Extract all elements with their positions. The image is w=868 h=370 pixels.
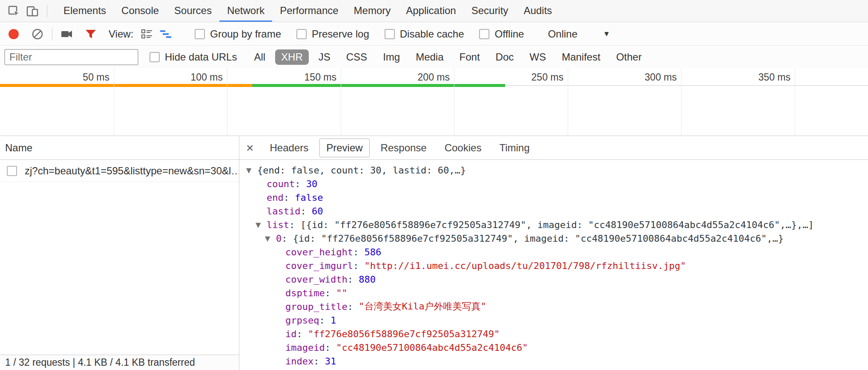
token-string: "cc48190e57100864abc4d55a2c4104c6" (336, 342, 528, 353)
main-tab-security[interactable]: Security (464, 0, 516, 22)
filter-type-css[interactable]: CSS (340, 49, 373, 65)
token-number: 60 (312, 206, 323, 217)
checkbox-box[interactable] (385, 29, 395, 39)
detail-tab-timing[interactable]: Timing (492, 139, 536, 157)
record-button[interactable] (4, 25, 23, 43)
summary-bar: 1 / 32 requests | 4.1 KB / 4.1 KB transf… (0, 355, 239, 370)
checkbox-disable-cache[interactable]: Disable cache (385, 28, 464, 40)
main-tab-sources[interactable]: Sources (167, 0, 219, 22)
preview-line: count: 30 (239, 177, 868, 191)
timeline-overview[interactable]: 50 ms100 ms150 ms200 ms250 ms300 ms350 m… (0, 68, 868, 136)
filter-type-img[interactable]: Img (377, 49, 406, 65)
filter-type-other[interactable]: Other (610, 49, 648, 65)
detail-tab-response[interactable]: Response (374, 139, 434, 157)
timeline-tick-label: 50 ms (41, 72, 109, 83)
checkbox-group-by-frame[interactable]: Group by frame (195, 28, 281, 40)
indent-spacer (239, 306, 274, 307)
checkbox-box[interactable] (195, 29, 205, 39)
filter-type-font[interactable]: Font (454, 49, 486, 65)
filter-type-all[interactable]: All (248, 49, 271, 65)
clear-button[interactable] (28, 25, 47, 43)
main-tab-console[interactable]: Console (114, 0, 167, 22)
checkbox-preserve-log[interactable]: Preserve log (296, 28, 369, 40)
requests-panel: Name zj?ch=beauty&t1=595&listtype=new&sn… (0, 136, 239, 370)
detail-tab-preview[interactable]: Preview (319, 139, 369, 157)
timeline-tick-label: 300 ms (609, 72, 677, 83)
inspect-element-button[interactable] (4, 2, 23, 20)
detail-tab-list: HeadersPreviewResponseCookiesTiming (263, 139, 541, 157)
checkbox-label: Group by frame (210, 28, 281, 40)
indent-spacer (239, 279, 274, 280)
device-toolbar-button[interactable] (23, 2, 42, 20)
token-plain: : (313, 356, 325, 367)
main-tab-memory[interactable]: Memory (346, 0, 399, 22)
name-column-label: Name (5, 142, 32, 154)
token-key: 0 (276, 233, 282, 244)
timeline-gridline (795, 68, 795, 136)
main-tab-performance[interactable]: Performance (272, 0, 346, 22)
token-key: grpseq (285, 315, 319, 326)
name-column-header[interactable]: Name (0, 136, 239, 160)
checkbox-label: Disable cache (400, 28, 464, 40)
disclosure-triangle-icon[interactable]: ▼ (246, 166, 257, 174)
token-number: 1 (331, 315, 336, 326)
request-row[interactable]: zj?ch=beauty&t1=595&listtype=new&sn=30&l… (0, 160, 239, 182)
checkbox-offline[interactable]: Offline (479, 28, 524, 40)
checkbox-box[interactable] (149, 52, 160, 62)
checkbox-label: Preserve log (312, 28, 369, 40)
checkbox-box[interactable] (296, 29, 307, 39)
dropdown-caret-icon[interactable]: ▼ (603, 30, 610, 38)
filter-type-js[interactable]: JS (313, 49, 336, 65)
checkbox-hide-data-urls[interactable]: Hide data URLs (149, 51, 237, 63)
checkbox-box[interactable] (479, 29, 489, 39)
main-tab-elements[interactable]: Elements (56, 0, 114, 22)
filter-funnel-button[interactable] (81, 25, 100, 43)
timeline-gridline (114, 68, 114, 136)
preview-line: lastid: 60 (239, 204, 868, 218)
screenshot-capture-button[interactable] (57, 25, 76, 43)
token-string: "台湾美女Kila户外唯美写真" (359, 300, 486, 313)
token-number: 586 (364, 247, 381, 257)
filter-input[interactable] (4, 49, 138, 65)
overview-bar-orange (0, 84, 252, 87)
show-overview-toggle-button[interactable] (156, 25, 175, 43)
token-string: "" (336, 288, 348, 298)
preview-tree: ▼{end: false, count: 30, lastid: 60,…}co… (239, 160, 868, 368)
main-tab-application[interactable]: Application (398, 0, 463, 22)
token-key: lastid (267, 206, 300, 217)
detail-tab-headers[interactable]: Headers (263, 139, 316, 157)
preview-line: dsptime: "" (239, 286, 868, 300)
disclosure-triangle-icon[interactable]: ▼ (256, 221, 267, 229)
preview-line: ▼list: [{id: "ff276e8056f58896e7cf92505a… (239, 218, 868, 231)
disclosure-triangle-icon[interactable]: ▼ (265, 234, 276, 243)
token-plain: : (284, 192, 295, 203)
inspect-cursor-icon (7, 4, 20, 18)
filter-type-ws[interactable]: WS (523, 49, 552, 65)
token-number: false (295, 192, 323, 203)
token-key: end (267, 192, 284, 203)
toolbar-separator (47, 5, 47, 17)
token-plain: {end: false, count: 30, lastid: 60,…} (257, 165, 466, 176)
main-tab-audits[interactable]: Audits (516, 0, 560, 22)
main-tab-network[interactable]: Network (219, 0, 272, 22)
token-plain: : (348, 301, 359, 312)
token-number: 880 (359, 274, 376, 285)
token-key: dsptime (285, 288, 325, 298)
filter-type-xhr[interactable]: XHR (275, 49, 309, 65)
filter-type-doc[interactable]: Doc (490, 49, 520, 65)
throttling-dropdown[interactable]: Online (548, 28, 577, 40)
timeline-tick-label: 250 ms (495, 72, 563, 83)
toolbar-checkboxes: Group by framePreserve logDisable cacheO… (179, 28, 524, 40)
token-plain: : {id: "ff276e8056f58896e7cf92505a312749… (282, 233, 784, 244)
timeline-tick-label: 150 ms (268, 72, 336, 83)
filter-type-media[interactable]: Media (410, 49, 449, 65)
filter-type-manifest[interactable]: Manifest (556, 49, 606, 65)
network-toolbar: View: Group by framePreserve logDisable … (0, 23, 868, 46)
checkbox-label: Offline (494, 28, 524, 40)
large-rows-toggle-button[interactable] (138, 25, 156, 43)
detail-tab-cookies[interactable]: Cookies (438, 139, 489, 157)
detail-panel: × HeadersPreviewResponseCookiesTiming ▼{… (239, 136, 868, 370)
close-detail-button[interactable]: × (246, 142, 254, 154)
request-rows: zj?ch=beauty&t1=595&listtype=new&sn=30&l… (0, 160, 239, 182)
large-rows-icon (140, 27, 154, 41)
